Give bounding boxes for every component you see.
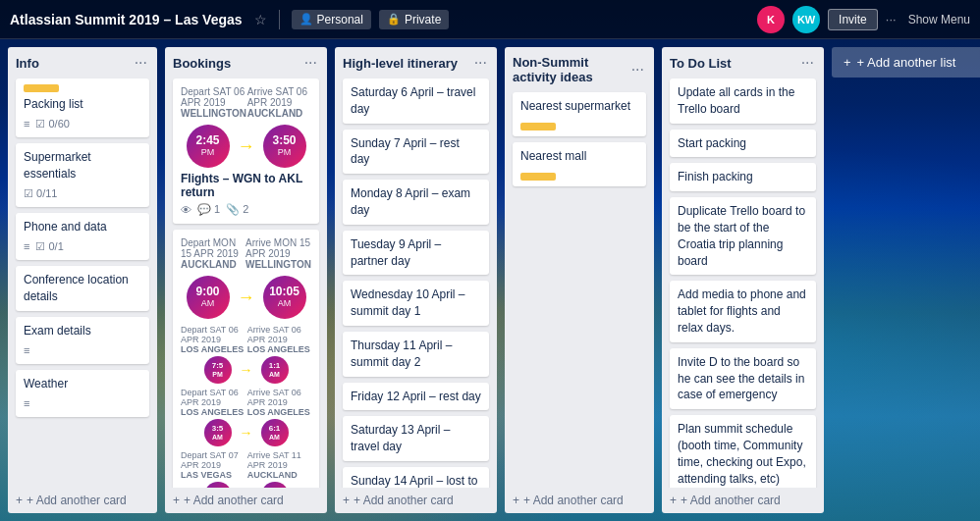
card-badges: [520, 169, 638, 181]
card-itin-5[interactable]: Thursday 11 April – summit day 2: [343, 332, 489, 377]
flight2-arrive-label: Arrive MON 15 APR 2019WELLINGTON: [245, 237, 311, 270]
card-weather[interactable]: Weather ≡: [16, 370, 149, 417]
flight1-depart-time: 2:45 PM: [187, 125, 230, 168]
column-todo-body: Update all cards in the Trello board Sta…: [662, 75, 824, 488]
column-itinerary-menu[interactable]: ···: [472, 55, 489, 71]
card-exam[interactable]: Exam details ≡: [16, 317, 149, 364]
ellipsis: ···: [886, 12, 897, 26]
plus-icon: +: [173, 494, 180, 507]
avatar-kw[interactable]: KW: [792, 6, 820, 33]
card-itin-6[interactable]: Friday 12 April – rest day: [343, 383, 489, 411]
check-badge: ☑ 0/60: [35, 117, 69, 131]
board-title: Atlassian Summit 2019 – Las Vegas: [10, 12, 243, 27]
column-info-menu[interactable]: ···: [133, 55, 149, 71]
card-supermarket-nearest[interactable]: Nearest supermarket: [513, 92, 646, 136]
card-mall-nearest[interactable]: Nearest mall: [513, 142, 646, 186]
column-todo-menu[interactable]: ···: [799, 55, 816, 71]
card-title: Nearest supermarket: [520, 98, 638, 115]
card-supermarket[interactable]: Supermarket essentials ☑ 0/11: [16, 143, 149, 207]
card-title: Supermarket essentials: [24, 149, 141, 182]
column-bookings-menu[interactable]: ···: [302, 55, 319, 71]
card-title: Exam details: [24, 323, 141, 339]
column-non-summit-body: Nearest supermarket Nearest mall: [505, 88, 654, 488]
lock-icon: 🔒: [387, 13, 401, 26]
small-flight-header3: Depart SAT 07 APR 2019LAS VEGAS Arrive S…: [181, 450, 311, 480]
arrow1: →: [240, 362, 253, 378]
card-todo-3[interactable]: Duplicate Trello board to be the start o…: [670, 197, 816, 275]
flight1-arrive-label: Arrive SAT 06 APR 2019AUCKLAND: [247, 86, 311, 119]
column-info: Info ··· Packing list ≡ ☑ 0/60 Supermark…: [8, 47, 157, 513]
attach-icon: 📎 2: [226, 203, 248, 216]
card-todo-1[interactable]: Start packing: [670, 130, 816, 158]
column-info-body: Packing list ≡ ☑ 0/60 Supermarket essent…: [8, 75, 157, 488]
card-conference[interactable]: Conference location details: [16, 266, 149, 311]
card-itin-3[interactable]: Tuesday 9 April – partner day: [343, 231, 489, 276]
card-itin-4[interactable]: Wednesday 10 April – summit day 1: [343, 281, 489, 326]
small-circle2b: 6:1AM: [261, 419, 289, 446]
column-non-summit-header: Non-Summit activity ideas ···: [505, 47, 654, 88]
flight1-header: Depart SAT 06 APR 2019WELLINGTON Arrive …: [181, 86, 311, 119]
flight1-times: 2:45 PM → 3:50 PM: [181, 125, 311, 168]
card-flight-akl-la-lv[interactable]: Depart MON 15 APR 2019AUCKLAND Arrive MO…: [173, 230, 319, 488]
plus-icon: +: [513, 494, 519, 507]
column-bookings: Bookings ··· Depart SAT 06 APR 2019WELLI…: [165, 47, 327, 513]
add-card-bookings[interactable]: + + Add another card: [165, 488, 327, 513]
card-itin-0[interactable]: Saturday 6 April – travel day: [343, 78, 489, 124]
add-card-itinerary[interactable]: + + Add another card: [335, 488, 497, 513]
header: Atlassian Summit 2019 – Las Vegas ☆ 👤 Pe…: [0, 0, 980, 39]
desc-icon: ≡: [24, 343, 29, 358]
personal-button[interactable]: 👤 Personal: [292, 10, 371, 29]
card-title: Conference location details: [24, 272, 141, 305]
card-title: Nearest mall: [520, 148, 638, 165]
label: [520, 123, 556, 130]
flight2-times: 9:00 AM → 10:05 AM: [181, 276, 311, 319]
column-non-summit: Non-Summit activity ideas ··· Nearest su…: [505, 47, 654, 513]
card-flight-wgn-akl[interactable]: Depart SAT 06 APR 2019WELLINGTON Arrive …: [173, 78, 319, 224]
card-itin-1[interactable]: Sunday 7 April – rest day: [343, 130, 489, 175]
card-itin-7[interactable]: Saturday 13 April – travel day: [343, 416, 489, 461]
board: Info ··· Packing list ≡ ☑ 0/60 Supermark…: [0, 39, 980, 521]
column-itinerary-title: High-level itinerary: [343, 56, 472, 71]
add-card-non-summit[interactable]: + + Add another card: [505, 488, 654, 513]
avatar-k[interactable]: K: [757, 6, 785, 33]
comment-icon: 💬 1: [197, 203, 220, 216]
add-card-info[interactable]: + + Add another card: [8, 488, 157, 513]
card-badges: ≡: [24, 343, 141, 358]
card-badges: ≡ ☑ 0/60: [24, 117, 141, 131]
card-itin-2[interactable]: Monday 8 April – exam day: [343, 180, 489, 225]
card-itin-8[interactable]: Sunday 14 April – lost to timezone chang…: [343, 467, 489, 488]
header-divider: [279, 10, 280, 29]
card-todo-0[interactable]: Update all cards in the Trello board: [670, 78, 816, 124]
check-badge: ☑ 0/1: [35, 239, 63, 254]
add-list-button[interactable]: + + Add another list: [832, 47, 980, 78]
star-icon[interactable]: ☆: [254, 12, 267, 27]
add-card-todo[interactable]: + + Add another card: [662, 488, 824, 513]
column-todo-header: To Do List ···: [662, 47, 824, 75]
card-phone-data[interactable]: Phone and data ≡ ☑ 0/1: [16, 213, 149, 260]
card-todo-2[interactable]: Finish packing: [670, 163, 816, 191]
flight-arrow-icon2: →: [238, 287, 255, 308]
flight1-depart-label: Depart SAT 06 APR 2019WELLINGTON: [181, 86, 247, 119]
card-todo-4[interactable]: Add media to phone and tablet for flight…: [670, 281, 816, 341]
desc-icon: ≡: [24, 239, 29, 254]
flight1-badges: 👁 💬 1 📎 2: [181, 203, 311, 216]
flight-arrow-icon: →: [238, 136, 255, 157]
invite-button[interactable]: Invite: [828, 9, 878, 30]
flight2-header: Depart MON 15 APR 2019AUCKLAND Arrive MO…: [181, 237, 311, 270]
small-circle1b: 1:1AM: [261, 356, 289, 384]
label-yellow: [24, 84, 59, 92]
column-itinerary: High-level itinerary ··· Saturday 6 Apri…: [335, 47, 497, 513]
column-info-title: Info: [16, 56, 133, 71]
card-todo-5[interactable]: Invite D to the board so he can see the …: [670, 348, 816, 409]
small-flight-header2: Depart SAT 06 APR 2019LOS ANGELES Arrive…: [181, 388, 311, 417]
private-button[interactable]: 🔒 Private: [379, 10, 449, 29]
column-non-summit-menu[interactable]: ···: [629, 62, 646, 78]
header-right: K KW Invite ··· Show Menu: [757, 6, 970, 33]
column-non-summit-title: Non-Summit activity ideas: [513, 55, 629, 84]
card-todo-6[interactable]: Plan summit schedule (booth time, Commun…: [670, 415, 816, 488]
column-bookings-body: Depart SAT 06 APR 2019WELLINGTON Arrive …: [165, 75, 327, 488]
eye-icon: 👁: [181, 204, 191, 216]
flight1-title: Flights – WGN to AKL return: [181, 172, 311, 199]
show-menu-button[interactable]: Show Menu: [908, 13, 970, 26]
card-packing-list[interactable]: Packing list ≡ ☑ 0/60: [16, 78, 149, 137]
